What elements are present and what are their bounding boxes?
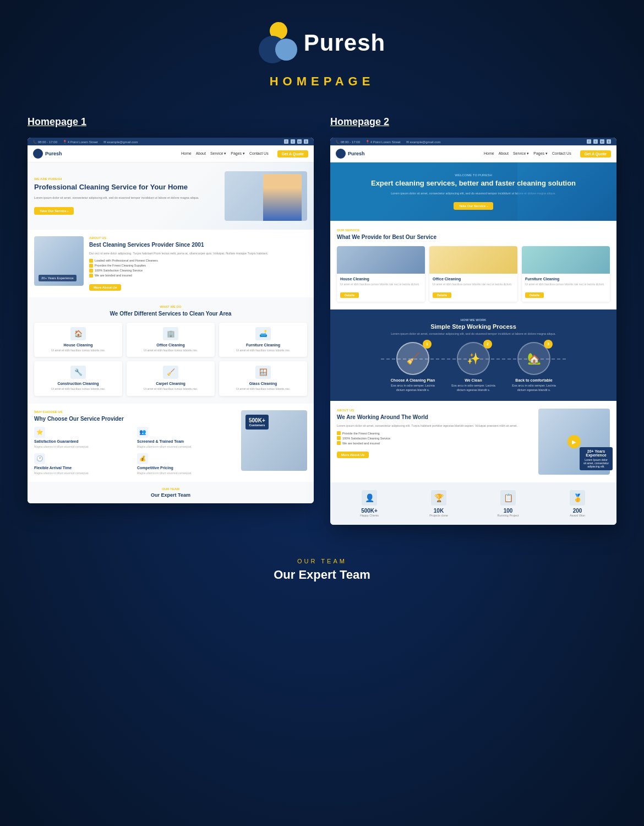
homepage2-stats: 👤 500K+ Happy Clients 🏆 10K Projects don… [330,482,616,525]
homepage2-topbar: 📞 08:00 - 17:00 📍 4 Point Lorem Street ✉… [330,138,616,145]
team-label: OUR TEAM [33,487,308,491]
social-icons: f t in li [284,139,308,144]
stat-item: 🏆 10K Projects done [406,490,471,517]
about2-title: We Are Working Around The World [337,414,533,421]
homepage1-hero: WE ARE PURESH Professional Cleaning Serv… [28,162,314,230]
service-name: Glass Cleaning [223,382,303,385]
checklist-item2: We are bonded and insured [337,441,533,445]
satisfaction-icon: ⭐ [34,427,45,438]
homepage1-about: 20+ Years Experience ABOUT US Best Clean… [28,230,314,297]
feature-item: ⭐ Satisfaction Guaranteed Magna ullamco … [34,427,133,449]
stat-icon-running: 📋 [500,490,516,506]
homepage1-heading[interactable]: Homepage 1 [28,116,314,128]
hero1-subtitle: WE ARE PURESH [34,177,219,181]
check-icon2 [337,436,341,440]
play-button[interactable]: ▶ [567,435,581,448]
nav-pages[interactable]: Pages ▾ [231,151,245,156]
hero1-cta[interactable]: Take Our Service › [34,207,74,215]
service-card: 🏠 House Cleaning Ut amet et nibh faucibu… [34,323,122,357]
feature-name: Screened & Trained Team [137,439,236,443]
service2-btn[interactable]: Details [340,292,359,298]
service2-name: House Cleaning [340,277,422,281]
service-name: Office Cleaning [131,343,210,347]
nav2-contact[interactable]: Contact Us [552,151,571,156]
nav-home[interactable]: Home [181,151,192,156]
service-body: House Cleaning Ut amet et nibh faucibus … [337,274,425,302]
homepage2-services: OUR SERVICE What We Provide for Best Our… [330,221,616,309]
service-name: Furniture Cleaning [223,343,303,347]
about1-title: Best Cleaning Services Provider Since 20… [89,241,307,248]
why-content: WHY CHOOSE US Why Choose Our Service Pro… [34,410,236,475]
feature-item: 👥 Screened & Trained Team Magna ullamco … [137,427,236,449]
instagram-icon2: in [600,139,604,144]
furniture-icon: 🛋️ [255,327,271,340]
process-step: 3 🏡 Back to comfortable Eos arcu in odio… [509,342,559,393]
stat-label-awards: Award Won [545,514,610,517]
nav2-logo-bubble [336,149,346,159]
service-desc: Ut amet et nibh faucibus cursus lobortis… [39,349,118,353]
feature-desc: Magna ullamco in cillum eiusmod consequa… [137,471,236,475]
hero2-bg-image [517,162,616,221]
house-icon: 🏠 [70,327,86,340]
service2-btn[interactable]: Details [433,292,451,298]
services1-title: We Offer Different Services to Clean You… [34,310,307,317]
nav2-cta[interactable]: Get A Quote [580,150,611,157]
service-card: 🔧 Construction Cleaning Ut amet et nibh … [34,361,122,396]
feature-item: 🕐 Flexible Arrival Time Magna ullamco in… [34,453,133,475]
service2-desc: Ut amet et nibh faucibus cursus lobortis… [433,282,514,286]
homepage2-process: HOW WE WORK Simple Step Working Process … [330,309,616,401]
nav-about[interactable]: About [196,151,206,156]
stat-label-clients: Happy Clients [337,514,402,517]
stat-num-clients: 500K+ [337,508,402,514]
hero1-title: Professional Cleaning Service for Your H… [34,183,219,192]
linkedin-icon: li [304,139,308,144]
nav2-home[interactable]: Home [484,151,494,156]
homepage2-heading[interactable]: Homepage 2 [330,116,616,128]
about2-btn[interactable]: More About Us [337,452,369,458]
service-img-house [337,246,425,274]
check-icon [89,259,93,263]
nav-service[interactable]: Service ▾ [210,151,226,156]
nav-contact[interactable]: Contact Us [249,151,269,156]
step-title-2: We Clean [449,378,498,382]
homepage1-nav: Puresh Home About Service ▾ Pages ▾ Cont… [28,145,314,162]
nav2-service[interactable]: Service ▾ [513,151,529,156]
service2-desc: Ut amet et nibh faucibus cursus lobortis… [525,282,607,286]
service-name: Carpet Cleaning [131,382,210,385]
service-card: 🧹 Carpet Cleaning Ut amet et nibh faucib… [127,361,215,396]
nav-logo: Puresh [33,149,62,159]
stats-grid: 👤 500K+ Happy Clients 🏆 10K Projects don… [337,490,610,517]
nav-logo-name: Puresh [45,151,62,156]
topbar2-email: ✉ example@gmail.com [406,140,441,144]
office-icon: 🏢 [163,327,178,340]
checklist-item: We are bonded and insured [89,274,307,278]
nav-logo-bubble [33,149,43,159]
construction-icon: 🔧 [70,366,86,379]
service-desc: Ut amet et nibh faucibus cursus lobortis… [131,387,210,392]
stat-icon-awards: 🥇 [570,490,585,506]
stat-item: 📋 100 Running Project [476,490,541,517]
why-label: WHY CHOOSE US [34,410,236,414]
why-image: 500K+ Customers [241,410,307,471]
services1-label: WHAT WE DO [34,305,307,308]
nav2-about[interactable]: About [499,151,509,156]
nav-cta[interactable]: Get A Quote [277,150,308,157]
about1-btn[interactable]: More About Us [89,284,121,291]
hero2-title: Expert cleaning services, better and fas… [337,179,610,188]
about1-content: ABOUT US Best Cleaning Services Provider… [89,236,307,291]
service2-btn[interactable]: Details [525,292,544,298]
nav2-pages[interactable]: Pages ▾ [533,151,548,156]
service-card: 🪟 Glass Cleaning Ut amet et nibh faucibu… [219,361,307,396]
about2-years-badge: 20+ Years Experience Lorem Ipsum dolor s… [580,447,613,470]
check-icon2 [337,441,341,445]
process-step: 2 ✨ We Clean Eos arcu in odio semper. La… [449,342,498,393]
hero2-cta[interactable]: Take Our Service › [454,202,493,210]
nav2-logo: Puresh [336,149,365,159]
services2-grid: House Cleaning Ut amet et nibh faucibus … [337,246,610,302]
service-card: 🛋️ Furniture Cleaning Ut amet et nibh fa… [219,323,307,357]
service-desc: Ut amet et nibh faucibus cursus lobortis… [131,349,210,353]
homepage2-nav: Puresh Home About Service ▾ Pages ▾ Cont… [330,145,616,162]
hero1-desc: Lorem ipsum dolor sit amet, consectetur … [34,195,219,200]
feature-name: Satisfaction Guaranteed [34,439,133,443]
process-desc: Lorem ipsum dolor sit amet, consectetur … [337,332,610,335]
